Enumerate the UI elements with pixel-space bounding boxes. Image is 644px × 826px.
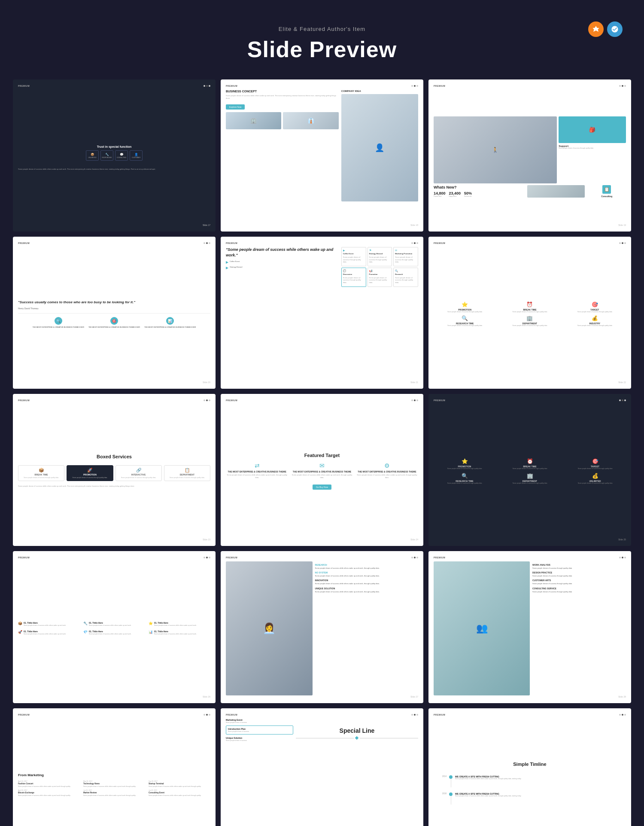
s9-item-5: 🏢 DEPARTMENT Some people dream of succes… — [499, 473, 561, 484]
slide-3-label: PREMIUM — [434, 85, 445, 87]
slide-5-num: Slide 21 — [226, 381, 418, 384]
dot — [416, 714, 418, 716]
slide-2-text: Some people dream of success while other… — [226, 94, 339, 99]
s5-grid-item-3: ✉ Marketing Promotion Some people dream … — [393, 247, 418, 266]
slide-7: PREMIUM Boxed Services 📦 BREAK TIME Some… — [13, 394, 216, 546]
interactive-box-icon: 🔗 — [118, 468, 159, 472]
rocket-list-icon: 🚀 — [18, 630, 22, 634]
slide-11-layout: 👩‍💼 RESEARCH Some people dream of succes… — [226, 561, 418, 695]
slide-3-whats-new: Whats New? 14,800 Projects done 23,400 H… — [434, 185, 525, 198]
office-photo-icon: 👥 — [476, 623, 488, 634]
slide-10-label: PREMIUM — [18, 556, 30, 559]
diamond-list-icon: 💎 — [83, 630, 88, 634]
department-box-icon: 📋 — [167, 468, 208, 472]
s9-sub-6: Some people dream of success through qua… — [564, 482, 626, 484]
s1-box-customer: 👤 CUSTOMER — [130, 150, 143, 161]
industry-icon: 💰 — [564, 315, 626, 321]
s6-sub-1: Some people dream of success through qua… — [434, 311, 496, 313]
dot — [204, 557, 205, 558]
s14-title-1: Marketing Event — [226, 719, 293, 721]
s11-text-3: Some people dream of success while other… — [315, 582, 418, 585]
s15-year-2: 2016 — [434, 792, 447, 795]
slide-5: PREMIUM "Some people dream of success wh… — [221, 237, 423, 389]
slide-2-btn[interactable]: Explore Now — [226, 104, 245, 110]
slide-15-title: Simple Timline — [434, 762, 626, 767]
s6-item-1: ⭐ PROMOTION Some people dream of success… — [434, 302, 496, 313]
slide-15-content: Simple Timline 2014 WE CREATE A SITE WIT… — [434, 719, 626, 826]
slide-13-dots — [204, 714, 210, 716]
header-icons — [588, 21, 623, 37]
dot — [204, 85, 205, 87]
slide-11-num: Slide 27 — [226, 695, 418, 698]
s7-box-2-title: PROMOTION — [69, 473, 110, 476]
s9-sub-2: Some people dream of success through qua… — [499, 468, 561, 469]
chart-list-icon: 📊 — [149, 630, 153, 634]
slide-3-stats: 14,800 Projects done 23,400 Happy client… — [434, 191, 525, 197]
s10-sub-4: Some people dream of success while other… — [24, 633, 66, 635]
slide-9-label: PREMIUM — [434, 399, 445, 402]
slide-5-dots — [411, 242, 418, 244]
s15-line-col-2 — [449, 792, 453, 805]
arrow-icon: ▶ — [226, 266, 228, 270]
slide-1-label: PREMIUM — [18, 85, 30, 87]
s15-d-2: Some people dream of success while other… — [455, 795, 626, 797]
s1-box-label: UNLIMITED — [88, 157, 97, 158]
s10-title-1: 01. Tittle Here — [24, 622, 66, 624]
slide-10-content: 📦 01. Tittle Here Some people dream of s… — [18, 561, 210, 695]
s9-item-6: 💰 UNLIMITED Some people dream of success… — [564, 473, 626, 484]
slide-7-content: Boxed Services 📦 BREAK TIME Some people … — [18, 404, 210, 538]
dot — [204, 242, 205, 244]
dot — [209, 714, 210, 716]
s10-item-5: 💎 01. Tittle Here Some people dream of s… — [83, 630, 145, 635]
s9-item-2: ⏰ BREAK TIME Some people dream of succes… — [499, 458, 561, 469]
slide-15: PREMIUM Simple Timline 2014 — [428, 708, 631, 826]
s13-text-3-1: Some people dream of success while other… — [149, 786, 210, 788]
grid-text-6: Some people dream of success through qua… — [395, 277, 416, 284]
stat-2-num: 23,400 — [449, 191, 461, 195]
slide-12-header: PREMIUM — [434, 556, 626, 559]
s12-item-2: DESIGN PRACTICE Some people dream of suc… — [532, 571, 626, 577]
s11-title-3: INNOVATION — [315, 579, 418, 582]
dot-active — [414, 399, 416, 401]
dot-active — [206, 85, 208, 87]
dot — [624, 242, 626, 244]
s10-sub-3: Some people dream of success while other… — [154, 625, 197, 627]
support-label: Support Some people dream of success thr… — [559, 145, 626, 149]
slide-12-label: PREMIUM — [434, 556, 445, 559]
grid-label-1: Coffee Event — [343, 253, 365, 255]
dot — [416, 85, 418, 87]
slide-1-para: Some people dream of success while other… — [18, 168, 210, 171]
slide-14-dots — [411, 714, 418, 716]
consulting-label: Consulting — [601, 195, 612, 198]
grid-text-4: Some people dream of success through qua… — [343, 277, 365, 284]
slide-4-quote: "Success usually comes to those who are … — [18, 300, 210, 305]
slide-2-main-img: 👤 — [341, 94, 418, 201]
dot — [411, 714, 413, 716]
slide-15-dots — [619, 714, 626, 716]
s10-content-2: 01. Tittle Here Some people dream of suc… — [89, 622, 131, 627]
slide-8-btn-container: Go Buy Now — [226, 482, 418, 490]
gear-icon: ⚙ — [356, 462, 418, 469]
slide-7-label: PREMIUM — [18, 399, 30, 402]
timeline-vline-2 — [451, 796, 451, 805]
slide-7-header: PREMIUM — [18, 399, 210, 402]
support-icon: 🎒 — [589, 127, 595, 133]
slide-8-content: Featured Target ⇄ THE MOST ENTERPRISE & … — [226, 404, 418, 538]
s13-date-3-2: Jun 20, 2017 — [149, 789, 210, 791]
slide-7-dots — [204, 399, 210, 401]
slide-8-btn[interactable]: Go Buy Now — [313, 485, 331, 490]
slide-9-dots — [619, 399, 626, 401]
s10-item-1: 📦 01. Tittle Here Some people dream of s… — [18, 622, 80, 627]
slide-4: PREMIUM "Success usually comes to those … — [13, 237, 216, 389]
dot-active — [622, 242, 623, 244]
s5-grid-item-4: 💬 Discussion Some people dream of succes… — [341, 268, 366, 287]
target-icon: 🎯 — [564, 302, 626, 308]
slide-5-layout: "Some people dream of success while othe… — [226, 247, 418, 381]
s7-box-2-text: Some people dream of success through qua… — [69, 477, 110, 479]
dot — [619, 399, 621, 401]
slide-15-label: PREMIUM — [434, 713, 445, 716]
s10-sub-2: Some people dream of success while other… — [89, 625, 131, 627]
slide-11-right: RESEARCH Some people dream of success wh… — [315, 561, 418, 695]
s5-item-1-text: Coffee Event — [230, 260, 240, 262]
dot — [209, 557, 210, 558]
